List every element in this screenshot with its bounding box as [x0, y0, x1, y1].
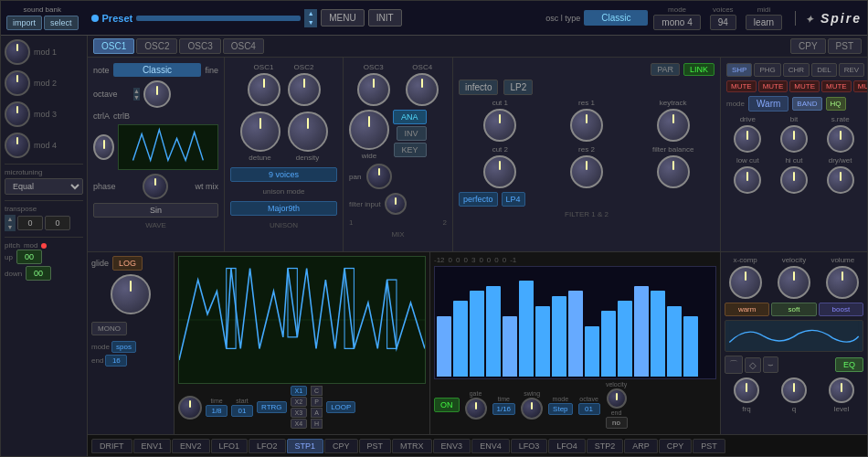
keytrack-knob[interactable]: [657, 109, 690, 142]
env4-tab[interactable]: ENV4: [471, 439, 510, 453]
osc3-tab[interactable]: OSC3: [179, 38, 220, 54]
osc1-tab[interactable]: OSC1: [93, 38, 134, 54]
import-button[interactable]: import: [6, 16, 42, 30]
q-knob[interactable]: [781, 377, 807, 403]
inv-button[interactable]: INV: [397, 126, 427, 141]
stp1-tab[interactable]: STP1: [287, 439, 324, 453]
mode-display[interactable]: mono 4: [653, 15, 700, 30]
start-value-env[interactable]: 01: [231, 405, 253, 417]
step-bar-12[interactable]: [634, 286, 649, 377]
swing-knob[interactable]: [521, 398, 543, 420]
frq-knob[interactable]: [734, 377, 759, 403]
step-bar-15[interactable]: [683, 316, 698, 377]
xcomp-knob[interactable]: [729, 266, 762, 299]
step-bar-2[interactable]: [470, 291, 484, 377]
rtrg-button[interactable]: RTRG: [257, 401, 287, 413]
mod4-knob[interactable]: [5, 133, 30, 158]
mode-value-step[interactable]: Step: [548, 403, 572, 415]
a-button[interactable]: A: [311, 408, 323, 418]
note-display[interactable]: Classic: [113, 63, 202, 77]
step-bar-3[interactable]: [486, 286, 501, 377]
boost-button-br[interactable]: boost: [819, 303, 863, 316]
step-bar-7[interactable]: [552, 296, 566, 377]
octave-value-step[interactable]: 01: [578, 403, 600, 415]
soft-button-br[interactable]: soft: [771, 303, 816, 316]
filter1-type[interactable]: infecto: [459, 80, 498, 95]
osc4-tab[interactable]: OSC4: [223, 38, 264, 54]
lfo2-tab[interactable]: LFO2: [249, 439, 286, 453]
arp-tab[interactable]: ARP: [624, 439, 658, 453]
mono-button[interactable]: MONO: [91, 322, 127, 335]
time-knob-env[interactable]: [178, 396, 202, 420]
time-value-step[interactable]: 1/16: [492, 403, 516, 415]
cpy-osc-button[interactable]: CPY: [790, 38, 826, 54]
osc-type-display[interactable]: Classic: [584, 10, 648, 26]
detune-knob[interactable]: [240, 112, 281, 152]
c-button[interactable]: C: [311, 386, 323, 396]
step-bar-6[interactable]: [535, 306, 550, 377]
lfo1-tab[interactable]: LFO1: [211, 439, 249, 453]
band-button[interactable]: BAND: [792, 97, 821, 111]
x4-button[interactable]: X4: [291, 419, 308, 429]
transpose-down[interactable]: ▼: [5, 223, 16, 231]
wave-type-display[interactable]: Sin: [93, 203, 218, 218]
microtuning-select[interactable]: Equal: [5, 178, 83, 195]
lfo3-tab[interactable]: LFO3: [511, 439, 548, 453]
shp-tab[interactable]: SHP: [726, 63, 752, 77]
step-bar-0[interactable]: [437, 316, 451, 377]
transpose-val2[interactable]: 0: [45, 216, 70, 230]
level-knob[interactable]: [829, 377, 854, 403]
mute-rev-btn[interactable]: MUTE: [853, 80, 867, 92]
env2-tab[interactable]: ENV2: [172, 439, 210, 453]
link-button[interactable]: LINK: [683, 63, 715, 76]
step-bar-4[interactable]: [503, 316, 517, 377]
cut2-knob[interactable]: [483, 155, 516, 188]
step-bar-10[interactable]: [601, 311, 616, 377]
transpose-val1[interactable]: 0: [17, 216, 43, 230]
mute-phg-btn[interactable]: MUTE: [758, 80, 789, 92]
key-button[interactable]: KEY: [394, 143, 427, 157]
osc4-knob[interactable]: [406, 73, 439, 106]
end-display-env[interactable]: 16: [105, 355, 127, 367]
step-bar-9[interactable]: [585, 326, 599, 377]
step-bar-11[interactable]: [618, 301, 632, 377]
glide-knob[interactable]: [111, 274, 151, 314]
filter2-type[interactable]: perfecto: [459, 192, 498, 207]
p-button[interactable]: P: [311, 397, 323, 407]
volume-knob[interactable]: [826, 266, 859, 299]
filter2-sub[interactable]: LP4: [502, 192, 525, 207]
routing-btn1[interactable]: ⌒: [725, 356, 743, 374]
voices-display-unison[interactable]: 9 voices: [230, 167, 337, 182]
cpy-bot-tab[interactable]: CPY: [324, 439, 358, 453]
osc3-knob[interactable]: [357, 73, 390, 106]
init-button[interactable]: INIT: [368, 9, 402, 27]
step-bar-8[interactable]: [568, 291, 583, 377]
mute-shp-btn[interactable]: MUTE: [726, 80, 757, 92]
pan-knob[interactable]: [366, 164, 392, 189]
voices-display[interactable]: 94: [710, 15, 736, 30]
cpy2-bot-tab[interactable]: CPY: [659, 439, 693, 453]
pst-osc-button[interactable]: PST: [828, 38, 862, 54]
on-button[interactable]: ON: [434, 398, 460, 412]
res1-knob[interactable]: [570, 109, 603, 142]
env3-tab[interactable]: ENV3: [433, 439, 471, 453]
hq-button[interactable]: HQ: [826, 97, 846, 111]
end-value-step[interactable]: no: [606, 417, 628, 429]
eq-button[interactable]: EQ: [835, 357, 863, 372]
mtrx-tab[interactable]: MTRX: [392, 439, 432, 453]
preset-up-button[interactable]: ▲: [304, 9, 317, 18]
lfo4-tab[interactable]: LFO4: [548, 439, 586, 453]
transpose-up[interactable]: ▲: [5, 215, 16, 223]
x2-button[interactable]: X2: [291, 397, 308, 407]
step-bar-13[interactable]: [651, 291, 665, 377]
menu-button[interactable]: MENU: [321, 9, 364, 27]
step-bar-5[interactable]: [519, 281, 534, 377]
del-tab[interactable]: DEL: [811, 63, 837, 77]
srate-knob[interactable]: [827, 125, 854, 153]
ana-button[interactable]: ANA: [393, 110, 427, 124]
log-button[interactable]: LOG: [112, 256, 143, 271]
velocity-knob[interactable]: [607, 388, 627, 409]
fx-mode-value[interactable]: Warm: [748, 96, 789, 112]
cut1-knob[interactable]: [483, 109, 516, 142]
hicut-knob[interactable]: [780, 166, 808, 194]
